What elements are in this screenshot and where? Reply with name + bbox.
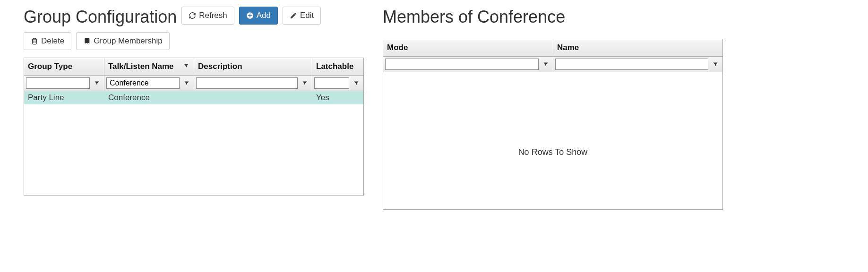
filter-talk-listen-name-input[interactable] <box>106 77 180 89</box>
col-header-label: Talk/Listen Name <box>108 62 182 71</box>
filter-latchable-input[interactable] <box>314 77 349 89</box>
col-header-label: Mode <box>387 43 549 52</box>
plus-circle-icon <box>246 12 254 19</box>
members-filter-row <box>383 57 722 72</box>
filter-icon[interactable] <box>181 78 192 88</box>
col-header-talk-listen-name[interactable]: Talk/Listen Name <box>104 58 194 75</box>
filter-group-type-input[interactable] <box>26 77 90 89</box>
filter-icon[interactable] <box>351 78 361 88</box>
group-config-toolbar-top: Group Configuration Refresh <box>24 5 364 26</box>
filter-icon[interactable] <box>300 78 310 88</box>
trash-icon <box>31 37 38 45</box>
filter-description-input[interactable] <box>196 77 298 89</box>
group-membership-label: Group Membership <box>94 36 163 46</box>
delete-button[interactable]: Delete <box>24 32 71 50</box>
filter-icon[interactable] <box>541 59 551 69</box>
add-button[interactable]: Add <box>239 7 278 25</box>
group-config-toolbar-bottom: Delete Group Membership <box>24 32 364 50</box>
col-header-label: Name <box>557 43 719 52</box>
book-icon <box>83 37 91 45</box>
edit-button[interactable]: Edit <box>283 7 321 25</box>
group-config-filter-row <box>24 76 363 91</box>
members-panel: Members of Conference Mode Name <box>383 5 723 210</box>
members-title: Members of Conference <box>383 8 723 26</box>
col-header-group-type[interactable]: Group Type <box>24 58 104 75</box>
group-config-grid-header: Group Type Talk/Listen Name Description … <box>24 58 363 76</box>
col-header-name[interactable]: Name <box>553 39 722 56</box>
add-label: Add <box>257 11 271 20</box>
members-grid: Mode Name <box>383 39 723 210</box>
filter-name-input[interactable] <box>555 59 708 70</box>
cell-group-type: Party Line <box>24 91 104 104</box>
refresh-label: Refresh <box>199 11 227 20</box>
filter-icon[interactable] <box>710 59 721 69</box>
group-configuration-panel: Group Configuration Refresh <box>24 5 364 196</box>
members-grid-header: Mode Name <box>383 39 722 57</box>
col-header-label: Group Type <box>28 62 100 71</box>
col-header-label: Description <box>198 62 308 71</box>
cell-latchable: Yes <box>312 91 363 104</box>
edit-label: Edit <box>300 11 314 20</box>
group-config-title: Group Configuration <box>24 8 177 26</box>
pencil-icon <box>290 12 297 19</box>
col-header-mode[interactable]: Mode <box>383 39 553 56</box>
col-header-latchable[interactable]: Latchable <box>312 58 363 75</box>
column-menu-icon[interactable] <box>182 63 190 70</box>
filter-mode-input[interactable] <box>385 59 539 70</box>
cell-description <box>194 91 312 104</box>
filter-icon[interactable] <box>92 78 102 88</box>
cell-talk-listen-name: Conference <box>104 91 194 104</box>
group-membership-button[interactable]: Group Membership <box>76 32 170 50</box>
no-rows-message: No Rows To Show <box>383 147 722 157</box>
table-row[interactable]: Party Line Conference Yes <box>24 91 363 104</box>
col-header-label: Latchable <box>316 62 360 71</box>
delete-label: Delete <box>41 36 64 46</box>
group-config-grid: Group Type Talk/Listen Name Description … <box>24 58 364 196</box>
refresh-button[interactable]: Refresh <box>181 7 234 25</box>
refresh-icon <box>189 12 196 19</box>
members-grid-body: No Rows To Show <box>383 72 722 209</box>
col-header-description[interactable]: Description <box>194 58 312 75</box>
group-config-grid-body: Party Line Conference Yes <box>24 91 363 195</box>
